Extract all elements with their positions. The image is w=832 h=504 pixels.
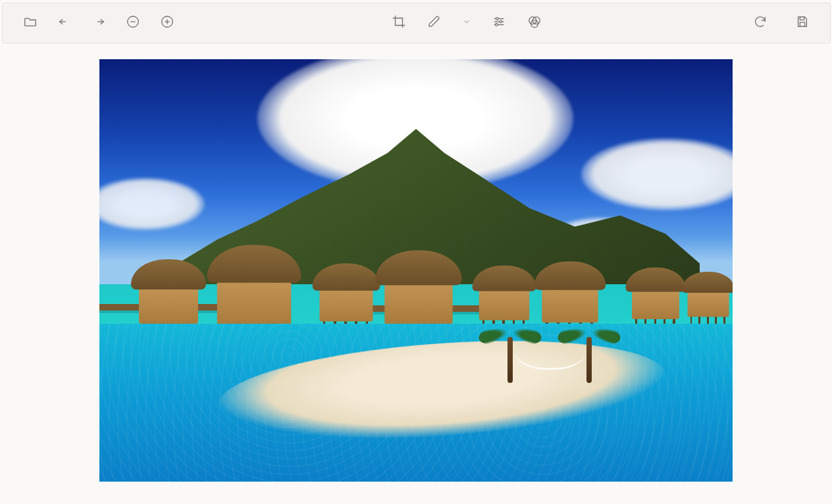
svg-point-8 [496, 18, 498, 20]
adjust-button[interactable] [490, 14, 508, 32]
filter-overlap-icon [527, 14, 542, 32]
svg-point-10 [495, 24, 498, 26]
zoom-in-button[interactable] [158, 14, 176, 32]
image-viewport[interactable] [99, 59, 733, 482]
zoom-in-icon [160, 14, 174, 32]
sliders-icon [492, 14, 506, 32]
toolbar [2, 3, 831, 43]
undo-icon [57, 14, 72, 32]
redo-button[interactable] [90, 14, 108, 32]
save-button[interactable] [793, 14, 812, 32]
reset-button[interactable] [751, 14, 769, 32]
canvas-area [0, 43, 832, 482]
crop-button[interactable] [390, 14, 408, 32]
toolbar-group-right [751, 14, 812, 32]
image-content [99, 59, 733, 482]
draw-button[interactable] [425, 14, 444, 32]
open-folder-icon [23, 14, 38, 32]
open-button[interactable] [21, 14, 39, 32]
chevron-down-icon [462, 17, 471, 29]
toolbar-group-center [390, 14, 544, 32]
svg-rect-15 [800, 22, 804, 26]
zoom-out-button[interactable] [124, 14, 142, 32]
pencil-icon [427, 14, 442, 32]
filter-button[interactable] [525, 14, 544, 32]
svg-point-9 [499, 20, 502, 23]
save-icon [795, 14, 810, 32]
undo-button[interactable] [55, 14, 74, 32]
refresh-icon [753, 14, 767, 32]
crop-icon [392, 14, 406, 32]
draw-menu-button[interactable] [461, 14, 473, 32]
zoom-out-icon [126, 14, 140, 32]
redo-icon [91, 14, 106, 32]
toolbar-group-left [21, 14, 176, 32]
svg-rect-14 [800, 17, 804, 20]
